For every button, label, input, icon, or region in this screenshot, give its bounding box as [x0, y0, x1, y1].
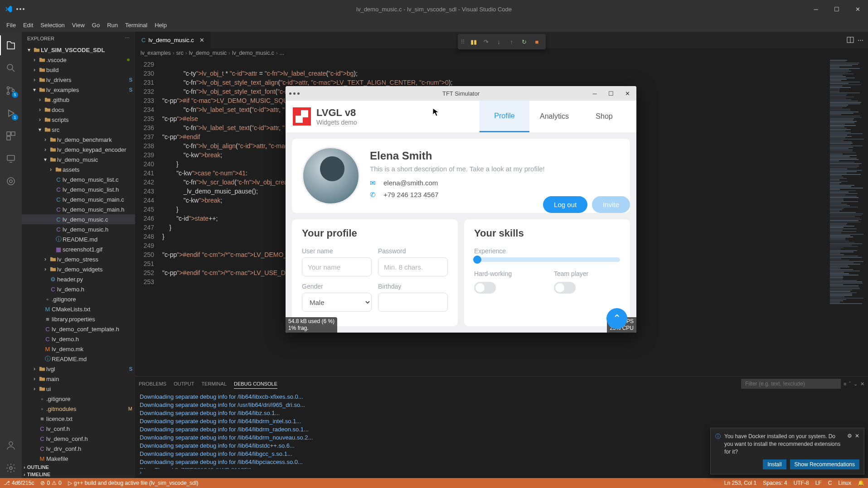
filter-input[interactable] — [741, 379, 841, 389]
close-button[interactable]: ✕ — [620, 88, 635, 99]
tree-item[interactable]: ◦.gitignore — [22, 294, 135, 304]
activity-settings[interactable] — [0, 458, 22, 478]
tree-item[interactable]: ›lv_demo_keypad_encoder — [22, 145, 135, 155]
panel-tab-problems[interactable]: PROBLEMS — [139, 379, 166, 388]
indent[interactable]: Spaces: 4 — [763, 480, 787, 486]
gear-icon[interactable]: ⚙ — [847, 433, 852, 439]
panel-tab-output[interactable]: OUTPUT — [174, 379, 194, 388]
problems-count[interactable]: ⊘ 0 ⚠ 0 — [40, 480, 61, 486]
tree-item[interactable]: Clv_demo_music.h — [22, 224, 135, 234]
close-button[interactable]: ✕ — [847, 0, 868, 18]
show-recommendations-button[interactable]: Show Recommendations — [790, 459, 859, 469]
menu-go[interactable]: Go — [88, 20, 103, 30]
tree-item[interactable]: ›lv_demo_widgets — [22, 264, 135, 274]
tree-item[interactable]: ◦.gitmodulesM — [22, 404, 135, 414]
tree-item[interactable]: Clv_demo_music_main.c — [22, 194, 135, 204]
tree-item[interactable]: ›lv_driversS — [22, 75, 135, 85]
stop-button[interactable]: ■ — [531, 36, 543, 48]
invite-button[interactable]: Invite — [592, 196, 630, 213]
notifications-icon[interactable]: 🔔 — [858, 480, 864, 486]
tree-item[interactable]: ⓘREADME.md — [22, 234, 135, 244]
install-button[interactable]: Install — [763, 459, 786, 469]
activity-explorer[interactable] — [0, 35, 22, 55]
tab-profile[interactable]: Profile — [480, 101, 529, 132]
minimize-button[interactable]: ─ — [587, 88, 602, 99]
debug-toolbar[interactable]: ⠿ ▮▮ ↷ ↓ ↑ ↻ ■ — [458, 34, 546, 49]
tree-item[interactable]: Clv_demo.h — [22, 284, 135, 294]
breadcrumb[interactable]: lv_examples›src›lv_demo_music›lv_demo_mu… — [135, 48, 868, 58]
hardworking-toggle[interactable] — [474, 282, 496, 294]
logout-button[interactable]: Log out — [543, 196, 587, 213]
panel-tab-terminal[interactable]: TERMINAL — [201, 379, 227, 388]
username-input[interactable] — [302, 257, 372, 276]
activity-debug[interactable]: 1 — [0, 103, 22, 123]
tree-item[interactable]: Clv_drv_conf.h — [22, 444, 135, 454]
tree-item[interactable]: Clv_demo_music_list.c — [22, 174, 135, 184]
tree-item[interactable]: ▾lv_examplesS — [22, 85, 135, 95]
tab-lv-demo-music-c[interactable]: C lv_demo_music.c ✕ — [135, 32, 211, 48]
more-icon[interactable]: ⋯ — [858, 37, 863, 43]
tree-item[interactable]: ›build — [22, 65, 135, 75]
menu-view[interactable]: View — [68, 20, 88, 30]
tab-analytics[interactable]: Analytics — [529, 101, 579, 132]
experience-slider[interactable] — [474, 257, 620, 262]
birthday-input[interactable] — [378, 293, 448, 312]
step-over-button[interactable]: ↷ — [480, 36, 492, 48]
tree-item[interactable]: ▦screenshot1.gif — [22, 244, 135, 254]
menu-selection[interactable]: Selection — [37, 20, 68, 30]
close-icon[interactable]: ✕ — [855, 433, 859, 439]
tree-item[interactable]: ›assets — [22, 164, 135, 174]
os[interactable]: Linux — [838, 480, 851, 486]
close-panel-icon[interactable]: ✕ — [860, 381, 864, 387]
git-branch[interactable]: ⎇ 4d6f215c — [4, 480, 34, 486]
pause-button[interactable]: ▮▮ — [468, 36, 480, 48]
tree-item[interactable]: ›.github — [22, 95, 135, 105]
menu-file[interactable]: File — [3, 20, 19, 30]
eol[interactable]: LF — [815, 480, 822, 486]
tree-item[interactable]: ≡licence.txt — [22, 414, 135, 424]
maximize-panel-icon[interactable]: ⌄ — [853, 381, 858, 387]
encoding[interactable]: UTF-8 — [794, 480, 809, 486]
more-icon[interactable] — [16, 8, 24, 10]
tree-item[interactable]: ⓘREADME.md — [22, 354, 135, 364]
tree-item[interactable]: ›lvglS — [22, 364, 135, 374]
tree-item[interactable]: Clv_demo.h — [22, 334, 135, 344]
menu-edit[interactable]: Edit — [19, 20, 37, 30]
debug-config[interactable]: ▷ g++ build and debug active file (lv_si… — [68, 480, 199, 486]
drag-handle-icon[interactable]: ⠿ — [461, 39, 465, 45]
tree-item[interactable]: ▾src — [22, 125, 135, 135]
activity-scm[interactable]: 5 — [0, 81, 22, 101]
teamplayer-toggle[interactable] — [554, 282, 576, 294]
tree-item[interactable]: ▾lv_demo_music — [22, 155, 135, 164]
fab-up-button[interactable]: ⌃ — [606, 308, 627, 329]
tree-item[interactable]: Clv_demo_music_list.h — [22, 184, 135, 194]
settings-icon[interactable]: ≡ — [844, 381, 846, 387]
split-editor-icon[interactable] — [847, 36, 854, 43]
tree-item[interactable]: ›lv_demo_benchmark — [22, 135, 135, 145]
menu-help[interactable]: Help — [151, 20, 170, 30]
step-into-button[interactable]: ↓ — [493, 36, 505, 48]
minimize-button[interactable]: ─ — [805, 0, 826, 18]
tree-item[interactable]: Clv_demo_music_main.h — [22, 204, 135, 214]
maximize-button[interactable]: ☐ — [604, 88, 618, 99]
tree-item[interactable]: ›main — [22, 374, 135, 384]
gender-select[interactable]: Male — [302, 293, 372, 312]
collapse-icon[interactable]: ˆ — [849, 381, 851, 387]
activity-remote[interactable] — [0, 149, 22, 169]
tft-simulator-window[interactable]: TFT Simulator ─ ☐ ✕ LVGL v8 Widgets demo… — [286, 86, 636, 333]
outline-section[interactable]: ›OUTLINE — [22, 464, 135, 471]
close-icon[interactable]: ✕ — [199, 37, 204, 43]
tree-item[interactable]: MCMakeLists.txt — [22, 304, 135, 314]
tree-item[interactable]: MMakefile — [22, 454, 135, 464]
tree-item[interactable]: Clv_demo_music.c — [22, 214, 135, 224]
tree-item[interactable]: Clv_demo_conf_template.h — [22, 324, 135, 334]
menu-terminal[interactable]: Terminal — [121, 20, 151, 30]
tree-item[interactable]: ›.vscode — [22, 55, 135, 65]
maximize-button[interactable]: ☐ — [826, 0, 847, 18]
menu-run[interactable]: Run — [103, 20, 121, 30]
activity-search[interactable] — [0, 58, 22, 78]
tree-item[interactable]: Clv_conf.h — [22, 424, 135, 434]
more-icon[interactable]: ⋯ — [125, 35, 130, 41]
tree-item[interactable]: ›scripts — [22, 115, 135, 125]
step-out-button[interactable]: ↑ — [506, 36, 518, 48]
